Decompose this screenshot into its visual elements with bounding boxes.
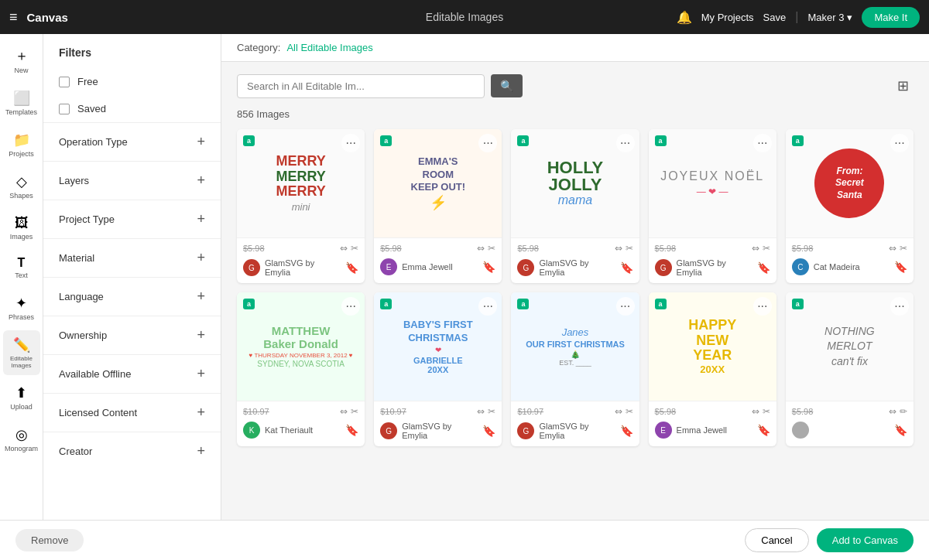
card-more-9[interactable]: ··· xyxy=(890,297,909,316)
project-type-expand-icon[interactable]: + xyxy=(197,211,205,227)
cut-icon-0[interactable]: ✂ xyxy=(351,243,358,254)
bookmark-4[interactable]: 🔖 xyxy=(894,261,907,273)
menu-icon[interactable]: ≡ xyxy=(9,9,18,26)
ownership-expand-icon[interactable]: + xyxy=(197,327,205,343)
add-to-canvas-button[interactable]: Add to Canvas xyxy=(817,528,914,552)
filter-ownership-row[interactable]: Ownership + xyxy=(43,316,221,354)
operation-type-expand-icon[interactable]: + xyxy=(197,134,205,150)
saved-checkbox[interactable] xyxy=(59,104,70,114)
cancel-button[interactable]: Cancel xyxy=(745,528,808,552)
filter-operation-type-row[interactable]: Operation Type + xyxy=(43,123,221,161)
category-value[interactable]: All Editable Images xyxy=(286,42,372,53)
resize-icon-4[interactable]: ⇔ xyxy=(889,243,896,254)
cut-icon-8[interactable]: ✂ xyxy=(763,406,770,417)
card-icons-7: ⇔ ✂ xyxy=(615,406,633,417)
bookmark-9[interactable]: 🔖 xyxy=(894,424,907,436)
resize-icon-7[interactable]: ⇔ xyxy=(615,406,622,417)
card-more-6[interactable]: ··· xyxy=(478,297,497,316)
language-expand-icon[interactable]: + xyxy=(197,289,205,305)
card-more-8[interactable]: ··· xyxy=(753,297,772,316)
bookmark-3[interactable]: 🔖 xyxy=(757,261,770,274)
material-expand-icon[interactable]: + xyxy=(197,250,205,266)
layers-expand-icon[interactable]: + xyxy=(197,172,205,189)
card-title-0: MERRY xyxy=(276,154,325,169)
bookmark-2[interactable]: 🔖 xyxy=(620,261,633,274)
card-more-2[interactable]: ··· xyxy=(616,134,635,152)
nav-monogram[interactable]: ◎ Monogram xyxy=(3,420,40,459)
cut-icon-5[interactable]: ✂ xyxy=(351,406,358,417)
filter-free[interactable]: Free xyxy=(43,68,221,95)
card-more-5[interactable]: ··· xyxy=(341,297,360,316)
filter-layers-row[interactable]: Layers + xyxy=(43,162,221,200)
remove-button[interactable]: Remove xyxy=(15,529,84,551)
nav-projects[interactable]: 📁 Projects xyxy=(3,125,40,164)
nav-shapes[interactable]: ◇ Shapes xyxy=(3,167,40,206)
filter-material-row[interactable]: Material + xyxy=(43,239,221,277)
resize-icon-6[interactable]: ⇔ xyxy=(477,406,485,417)
templates-icon: ⬜ xyxy=(13,90,30,107)
card-image-2: a ··· HOLLYJOLLY mama xyxy=(511,129,639,237)
nav-text-label: Text xyxy=(15,271,28,279)
maker-selector[interactable]: Maker 3 ▾ xyxy=(807,12,852,23)
cut-icon-3[interactable]: ✂ xyxy=(763,243,770,254)
nav-text[interactable]: T Text xyxy=(3,250,40,285)
nav-images-label: Images xyxy=(10,233,33,241)
cut-icon-7[interactable]: ✂ xyxy=(626,406,633,417)
cut-icon-4[interactable]: ✂ xyxy=(900,243,907,254)
resize-icon-1[interactable]: ⇔ xyxy=(477,243,485,254)
filter-licensed-content-row[interactable]: Licensed Content + xyxy=(43,394,221,432)
filter-project-type-row[interactable]: Project Type + xyxy=(43,200,221,238)
topbar-right: 🔔 My Projects Save | Maker 3 ▾ Make It xyxy=(677,7,920,28)
bookmark-8[interactable]: 🔖 xyxy=(757,424,770,436)
images-icon: 🖼 xyxy=(15,215,29,231)
resize-icon-8[interactable]: ⇔ xyxy=(752,406,759,417)
resize-icon-9[interactable]: ⇔ xyxy=(889,406,896,417)
card-footer-0: $5.98 ⇔ ✂ xyxy=(237,237,365,258)
bookmark-1[interactable]: 🔖 xyxy=(482,261,495,273)
search-button[interactable]: 🔍 xyxy=(491,74,523,97)
filter-creator-row[interactable]: Creator + xyxy=(43,432,221,470)
resize-icon-3[interactable]: ⇔ xyxy=(752,243,759,254)
cut-icon-2[interactable]: ✂ xyxy=(626,243,633,254)
resize-icon-2[interactable]: ⇔ xyxy=(615,243,622,254)
bookmark-7[interactable]: 🔖 xyxy=(620,425,633,437)
nav-new[interactable]: ＋ New xyxy=(3,40,40,80)
nav-phrases[interactable]: ✦ Phrases xyxy=(3,289,40,327)
licensed-content-expand-icon[interactable]: + xyxy=(197,405,205,421)
filter-saved[interactable]: Saved xyxy=(43,95,221,122)
bell-icon[interactable]: 🔔 xyxy=(677,10,692,25)
grid-toggle-button[interactable]: ⊞ xyxy=(893,73,914,99)
nav-images[interactable]: 🖼 Images xyxy=(3,209,40,247)
filter-language-row[interactable]: Language + xyxy=(43,278,221,316)
make-it-button[interactable]: Make It xyxy=(862,7,920,28)
save-link[interactable]: Save xyxy=(763,12,787,23)
edit-icon-9[interactable]: ✏ xyxy=(900,406,907,417)
author-name-3: GlamSVG by Emylia xyxy=(677,258,752,277)
bookmark-5[interactable]: 🔖 xyxy=(345,424,358,436)
card-title-4: From:SecretSanta xyxy=(835,166,864,202)
card-more-1[interactable]: ··· xyxy=(478,134,497,152)
nav-editable-images[interactable]: ✏️ Editable Images xyxy=(3,330,40,375)
card-est-7: EST. ____ xyxy=(526,359,625,367)
bookmark-6[interactable]: 🔖 xyxy=(482,425,495,437)
nav-upload[interactable]: ⬆ Upload xyxy=(3,378,40,417)
bookmark-0[interactable]: 🔖 xyxy=(345,261,358,274)
card-footer-9: $5.98 ⇔ ✏ xyxy=(786,401,914,422)
filter-available-offline-row[interactable]: Available Offline + xyxy=(43,355,221,393)
free-checkbox[interactable] xyxy=(59,77,70,87)
available-offline-expand-icon[interactable]: + xyxy=(197,366,205,382)
cut-icon-1[interactable]: ✂ xyxy=(488,243,495,254)
cut-icon-6[interactable]: ✂ xyxy=(488,406,495,417)
card-more-3[interactable]: ··· xyxy=(753,134,772,152)
resize-icon-5[interactable]: ⇔ xyxy=(340,406,348,417)
nav-upload-label: Upload xyxy=(10,403,33,411)
card-more-7[interactable]: ··· xyxy=(616,297,635,316)
card-more-0[interactable]: ··· xyxy=(341,134,360,152)
nav-templates[interactable]: ⬜ Templates xyxy=(3,84,40,122)
saved-label: Saved xyxy=(77,103,106,114)
creator-expand-icon[interactable]: + xyxy=(197,443,205,459)
resize-icon-0[interactable]: ⇔ xyxy=(340,243,348,254)
search-input[interactable] xyxy=(237,74,485,98)
card-more-4[interactable]: ··· xyxy=(890,134,909,152)
my-projects-link[interactable]: My Projects xyxy=(701,12,754,23)
